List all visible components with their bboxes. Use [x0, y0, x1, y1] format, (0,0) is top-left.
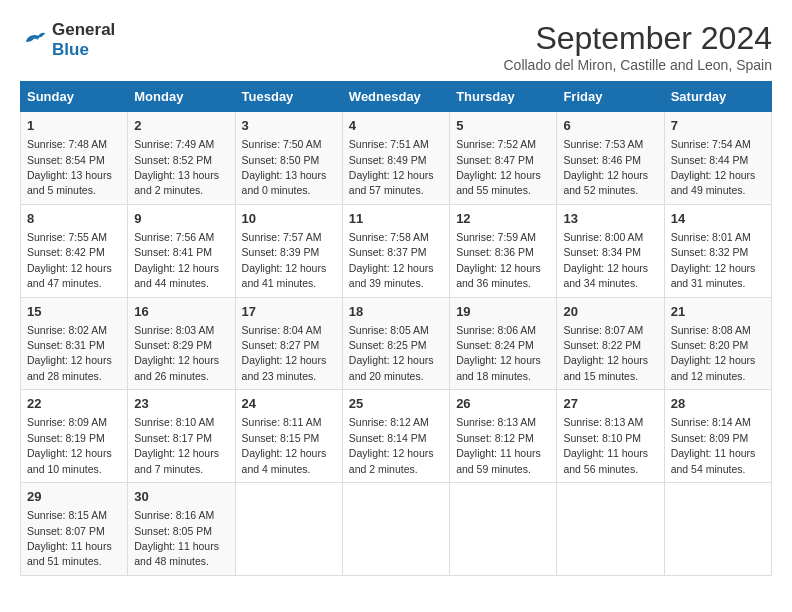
day-number: 12	[456, 210, 550, 228]
table-row: 26 Sunrise: 8:13 AMSunset: 8:12 PMDaylig…	[450, 390, 557, 483]
header: General Blue September 2024 Collado del …	[20, 20, 772, 73]
day-number: 30	[134, 488, 228, 506]
day-number: 24	[242, 395, 336, 413]
day-number: 1	[27, 117, 121, 135]
month-title: September 2024	[504, 20, 773, 57]
day-details: Sunrise: 7:53 AMSunset: 8:46 PMDaylight:…	[563, 138, 648, 196]
calendar-week-row: 8 Sunrise: 7:55 AMSunset: 8:42 PMDayligh…	[21, 204, 772, 297]
day-number: 17	[242, 303, 336, 321]
day-number: 5	[456, 117, 550, 135]
table-row: 21 Sunrise: 8:08 AMSunset: 8:20 PMDaylig…	[664, 297, 771, 390]
calendar-week-row: 29 Sunrise: 8:15 AMSunset: 8:07 PMDaylig…	[21, 483, 772, 576]
day-number: 18	[349, 303, 443, 321]
day-number: 28	[671, 395, 765, 413]
table-row: 10 Sunrise: 7:57 AMSunset: 8:39 PMDaylig…	[235, 204, 342, 297]
day-number: 19	[456, 303, 550, 321]
table-row: 30 Sunrise: 8:16 AMSunset: 8:05 PMDaylig…	[128, 483, 235, 576]
calendar-week-row: 15 Sunrise: 8:02 AMSunset: 8:31 PMDaylig…	[21, 297, 772, 390]
table-row	[235, 483, 342, 576]
table-row: 20 Sunrise: 8:07 AMSunset: 8:22 PMDaylig…	[557, 297, 664, 390]
header-tuesday: Tuesday	[235, 82, 342, 112]
day-details: Sunrise: 8:09 AMSunset: 8:19 PMDaylight:…	[27, 416, 112, 474]
day-details: Sunrise: 8:01 AMSunset: 8:32 PMDaylight:…	[671, 231, 756, 289]
day-number: 6	[563, 117, 657, 135]
table-row: 23 Sunrise: 8:10 AMSunset: 8:17 PMDaylig…	[128, 390, 235, 483]
day-details: Sunrise: 8:11 AMSunset: 8:15 PMDaylight:…	[242, 416, 327, 474]
day-number: 8	[27, 210, 121, 228]
calendar-week-row: 22 Sunrise: 8:09 AMSunset: 8:19 PMDaylig…	[21, 390, 772, 483]
day-details: Sunrise: 7:59 AMSunset: 8:36 PMDaylight:…	[456, 231, 541, 289]
day-number: 14	[671, 210, 765, 228]
table-row: 7 Sunrise: 7:54 AMSunset: 8:44 PMDayligh…	[664, 112, 771, 205]
table-row: 19 Sunrise: 8:06 AMSunset: 8:24 PMDaylig…	[450, 297, 557, 390]
day-number: 13	[563, 210, 657, 228]
header-monday: Monday	[128, 82, 235, 112]
day-number: 25	[349, 395, 443, 413]
day-number: 20	[563, 303, 657, 321]
day-details: Sunrise: 7:50 AMSunset: 8:50 PMDaylight:…	[242, 138, 327, 196]
table-row: 9 Sunrise: 7:56 AMSunset: 8:41 PMDayligh…	[128, 204, 235, 297]
day-details: Sunrise: 7:49 AMSunset: 8:52 PMDaylight:…	[134, 138, 219, 196]
day-details: Sunrise: 8:12 AMSunset: 8:14 PMDaylight:…	[349, 416, 434, 474]
day-details: Sunrise: 8:07 AMSunset: 8:22 PMDaylight:…	[563, 324, 648, 382]
calendar-header-row: Sunday Monday Tuesday Wednesday Thursday…	[21, 82, 772, 112]
day-number: 23	[134, 395, 228, 413]
table-row	[557, 483, 664, 576]
day-details: Sunrise: 8:02 AMSunset: 8:31 PMDaylight:…	[27, 324, 112, 382]
day-details: Sunrise: 8:13 AMSunset: 8:12 PMDaylight:…	[456, 416, 541, 474]
table-row: 4 Sunrise: 7:51 AMSunset: 8:49 PMDayligh…	[342, 112, 449, 205]
table-row	[450, 483, 557, 576]
day-number: 29	[27, 488, 121, 506]
day-details: Sunrise: 7:52 AMSunset: 8:47 PMDaylight:…	[456, 138, 541, 196]
day-details: Sunrise: 8:08 AMSunset: 8:20 PMDaylight:…	[671, 324, 756, 382]
calendar-week-row: 1 Sunrise: 7:48 AMSunset: 8:54 PMDayligh…	[21, 112, 772, 205]
header-saturday: Saturday	[664, 82, 771, 112]
header-thursday: Thursday	[450, 82, 557, 112]
table-row: 3 Sunrise: 7:50 AMSunset: 8:50 PMDayligh…	[235, 112, 342, 205]
day-details: Sunrise: 7:48 AMSunset: 8:54 PMDaylight:…	[27, 138, 112, 196]
day-details: Sunrise: 8:04 AMSunset: 8:27 PMDaylight:…	[242, 324, 327, 382]
table-row: 1 Sunrise: 7:48 AMSunset: 8:54 PMDayligh…	[21, 112, 128, 205]
header-friday: Friday	[557, 82, 664, 112]
table-row: 15 Sunrise: 8:02 AMSunset: 8:31 PMDaylig…	[21, 297, 128, 390]
day-details: Sunrise: 7:57 AMSunset: 8:39 PMDaylight:…	[242, 231, 327, 289]
day-number: 2	[134, 117, 228, 135]
table-row: 13 Sunrise: 8:00 AMSunset: 8:34 PMDaylig…	[557, 204, 664, 297]
table-row: 12 Sunrise: 7:59 AMSunset: 8:36 PMDaylig…	[450, 204, 557, 297]
table-row: 17 Sunrise: 8:04 AMSunset: 8:27 PMDaylig…	[235, 297, 342, 390]
day-details: Sunrise: 8:05 AMSunset: 8:25 PMDaylight:…	[349, 324, 434, 382]
day-details: Sunrise: 8:10 AMSunset: 8:17 PMDaylight:…	[134, 416, 219, 474]
logo-icon	[20, 26, 48, 54]
day-details: Sunrise: 8:16 AMSunset: 8:05 PMDaylight:…	[134, 509, 219, 567]
table-row: 16 Sunrise: 8:03 AMSunset: 8:29 PMDaylig…	[128, 297, 235, 390]
day-details: Sunrise: 7:58 AMSunset: 8:37 PMDaylight:…	[349, 231, 434, 289]
day-number: 21	[671, 303, 765, 321]
day-details: Sunrise: 7:54 AMSunset: 8:44 PMDaylight:…	[671, 138, 756, 196]
header-sunday: Sunday	[21, 82, 128, 112]
day-number: 9	[134, 210, 228, 228]
location-subtitle: Collado del Miron, Castille and Leon, Sp…	[504, 57, 773, 73]
day-details: Sunrise: 7:56 AMSunset: 8:41 PMDaylight:…	[134, 231, 219, 289]
table-row: 22 Sunrise: 8:09 AMSunset: 8:19 PMDaylig…	[21, 390, 128, 483]
day-number: 22	[27, 395, 121, 413]
day-number: 10	[242, 210, 336, 228]
day-details: Sunrise: 7:51 AMSunset: 8:49 PMDaylight:…	[349, 138, 434, 196]
day-number: 15	[27, 303, 121, 321]
day-details: Sunrise: 7:55 AMSunset: 8:42 PMDaylight:…	[27, 231, 112, 289]
day-number: 3	[242, 117, 336, 135]
day-number: 27	[563, 395, 657, 413]
table-row: 5 Sunrise: 7:52 AMSunset: 8:47 PMDayligh…	[450, 112, 557, 205]
day-details: Sunrise: 8:03 AMSunset: 8:29 PMDaylight:…	[134, 324, 219, 382]
logo: General Blue	[20, 20, 115, 61]
day-number: 11	[349, 210, 443, 228]
day-number: 7	[671, 117, 765, 135]
table-row: 28 Sunrise: 8:14 AMSunset: 8:09 PMDaylig…	[664, 390, 771, 483]
table-row: 6 Sunrise: 7:53 AMSunset: 8:46 PMDayligh…	[557, 112, 664, 205]
table-row: 29 Sunrise: 8:15 AMSunset: 8:07 PMDaylig…	[21, 483, 128, 576]
day-details: Sunrise: 8:14 AMSunset: 8:09 PMDaylight:…	[671, 416, 756, 474]
day-details: Sunrise: 8:13 AMSunset: 8:10 PMDaylight:…	[563, 416, 648, 474]
table-row: 18 Sunrise: 8:05 AMSunset: 8:25 PMDaylig…	[342, 297, 449, 390]
table-row	[342, 483, 449, 576]
day-details: Sunrise: 8:06 AMSunset: 8:24 PMDaylight:…	[456, 324, 541, 382]
day-details: Sunrise: 8:15 AMSunset: 8:07 PMDaylight:…	[27, 509, 112, 567]
